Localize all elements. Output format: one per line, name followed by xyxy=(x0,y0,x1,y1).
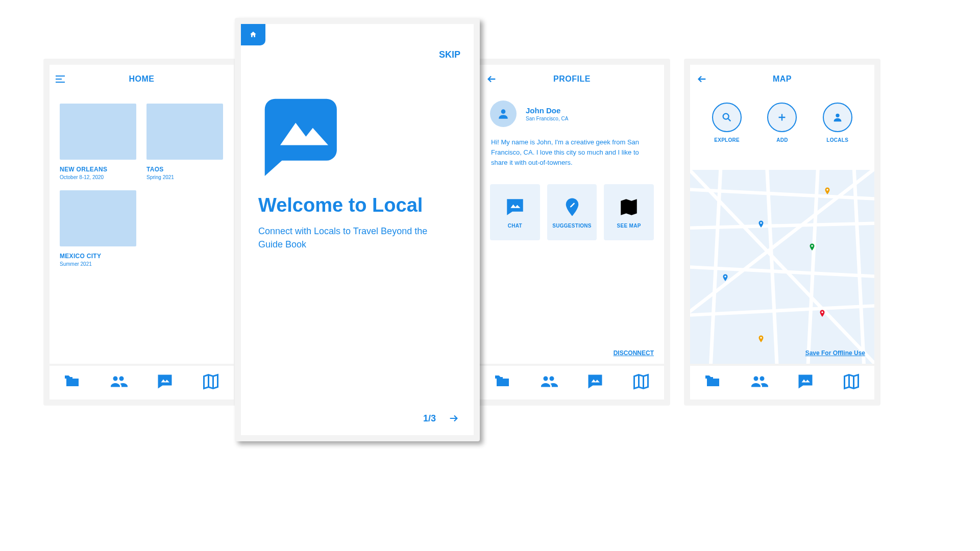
map-pin[interactable] xyxy=(807,241,817,254)
see-map-label: SEE MAP xyxy=(617,223,641,229)
nav-people[interactable] xyxy=(749,372,769,393)
nav-trips[interactable] xyxy=(703,372,723,393)
add-button[interactable]: ADD xyxy=(767,103,797,143)
trip-date: Summer 2021 xyxy=(60,261,136,267)
chat-icon xyxy=(795,372,816,391)
profile-bio: Hi! My name is John, I'm a creative geek… xyxy=(480,130,664,168)
app-logo xyxy=(258,95,456,183)
folder-icon xyxy=(62,372,83,391)
nav-chat[interactable] xyxy=(155,372,175,393)
pin-edit-icon xyxy=(561,196,583,218)
map-pin[interactable] xyxy=(756,333,766,345)
home-header: HOME xyxy=(50,65,234,93)
map-pin[interactable] xyxy=(818,308,827,320)
screen-home: HOME NEW ORLEANS October 8-12, 2020 TAOS… xyxy=(43,59,240,406)
screen-map: MAP EXPLORE ADD LOCALS xyxy=(684,59,880,406)
home-title: HOME xyxy=(129,74,155,84)
map-icon xyxy=(841,372,862,391)
nav-chat[interactable] xyxy=(585,372,605,393)
trip-card[interactable]: NEW ORLEANS October 8-12, 2020 xyxy=(60,104,136,180)
menu-button[interactable] xyxy=(56,65,66,93)
svg-point-1 xyxy=(723,114,729,119)
avatar[interactable] xyxy=(490,101,517,127)
add-label: ADD xyxy=(776,137,788,143)
see-map-button[interactable]: SEE MAP xyxy=(604,184,654,240)
people-icon xyxy=(538,372,559,391)
explore-button[interactable]: EXPLORE xyxy=(712,103,742,143)
search-icon xyxy=(721,112,732,123)
nav-trips[interactable] xyxy=(62,372,83,393)
profile-name: John Doe xyxy=(526,106,568,115)
suggestions-label: SUGGESTIONS xyxy=(552,223,592,229)
arrow-left-icon xyxy=(696,73,707,85)
screen-profile: PROFILE John Doe San Francisco, CA Hi! M… xyxy=(474,59,670,406)
map-header: MAP xyxy=(690,65,874,93)
people-icon xyxy=(749,372,769,391)
disconnect-link[interactable]: DISCONNECT xyxy=(614,349,654,357)
nav-trips[interactable] xyxy=(493,372,513,393)
explore-label: EXPLORE xyxy=(714,137,740,143)
home-icon xyxy=(249,31,257,39)
nav-chat[interactable] xyxy=(795,372,816,393)
page-indicator: 1/3 xyxy=(423,413,436,424)
trip-thumb xyxy=(60,104,136,160)
next-button[interactable] xyxy=(448,413,459,424)
trip-card[interactable]: MEXICO CITY Summer 2021 xyxy=(60,190,136,267)
folder-icon xyxy=(703,372,723,391)
chat-icon xyxy=(155,372,175,391)
profile-header: PROFILE xyxy=(480,65,664,93)
menu-icon xyxy=(56,76,66,83)
map-icon xyxy=(618,196,640,218)
nav-people[interactable] xyxy=(108,372,129,393)
person-icon xyxy=(832,112,843,123)
trip-cards: NEW ORLEANS October 8-12, 2020 TAOS Spri… xyxy=(50,93,234,267)
bottom-nav xyxy=(50,364,234,399)
trip-title: NEW ORLEANS xyxy=(60,166,136,173)
trip-date: October 8-12, 2020 xyxy=(60,174,136,180)
screen-onboarding: SKIP Welcome to Local Connect with Local… xyxy=(235,18,480,441)
bottom-nav xyxy=(480,364,664,399)
person-icon xyxy=(497,107,510,120)
onboarding-subtitle: Connect with Locals to Travel Beyond the… xyxy=(258,224,442,251)
profile-location: San Francisco, CA xyxy=(526,116,568,121)
onboarding-title: Welcome to Local xyxy=(258,194,456,216)
trip-title: TAOS xyxy=(146,166,223,173)
trip-thumb xyxy=(60,190,136,246)
map-pin[interactable] xyxy=(721,272,730,284)
map-icon xyxy=(631,372,651,391)
arrow-left-icon xyxy=(486,73,497,85)
home-tab-button[interactable] xyxy=(241,24,265,45)
nav-map[interactable] xyxy=(631,372,651,393)
chat-button[interactable]: CHAT xyxy=(490,184,540,240)
nav-map[interactable] xyxy=(201,372,221,393)
locals-label: LOCALS xyxy=(826,137,848,143)
nav-people[interactable] xyxy=(538,372,559,393)
profile-title: PROFILE xyxy=(553,74,591,84)
map-title: MAP xyxy=(773,74,792,84)
trip-date: Spring 2021 xyxy=(146,174,223,180)
map-pin[interactable] xyxy=(756,218,766,231)
chat-icon xyxy=(585,372,605,391)
suggestions-button[interactable]: SUGGESTIONS xyxy=(547,184,597,240)
nav-map[interactable] xyxy=(841,372,862,393)
plus-icon xyxy=(776,112,788,123)
chat-icon xyxy=(504,196,526,218)
locals-button[interactable]: LOCALS xyxy=(823,103,852,143)
map-pin[interactable] xyxy=(823,185,832,197)
bottom-nav xyxy=(690,364,874,399)
trip-title: MEXICO CITY xyxy=(60,253,136,260)
back-button[interactable] xyxy=(486,65,497,93)
map-canvas[interactable]: Save For Offline Use xyxy=(690,170,874,364)
trip-thumb xyxy=(146,104,223,160)
people-icon xyxy=(108,372,129,391)
back-button[interactable] xyxy=(696,65,707,93)
trip-card[interactable]: TAOS Spring 2021 xyxy=(146,104,223,180)
street-lines xyxy=(690,170,874,364)
chat-label: CHAT xyxy=(508,223,522,229)
folder-icon xyxy=(493,372,513,391)
save-offline-link[interactable]: Save For Offline Use xyxy=(805,349,865,357)
map-icon xyxy=(201,372,221,391)
skip-button[interactable]: SKIP xyxy=(439,49,460,60)
